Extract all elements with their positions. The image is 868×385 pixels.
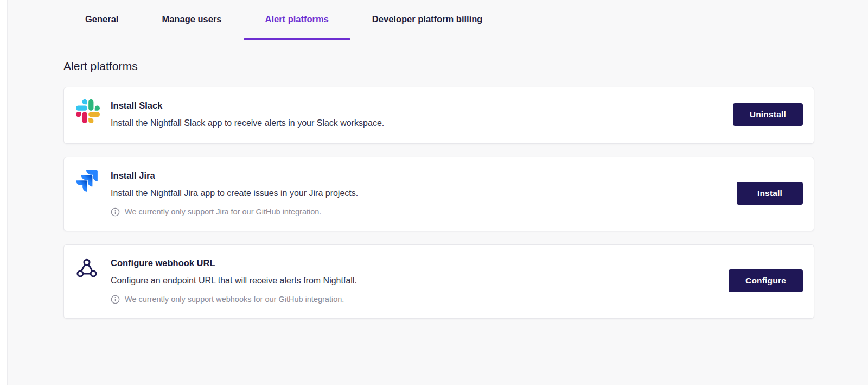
slack-icon <box>76 99 101 123</box>
page-title: Alert platforms <box>63 60 814 73</box>
card-title: Configure webhook URL <box>111 256 729 269</box>
slack-card: Install Slack Install the Nightfall Slac… <box>63 87 814 144</box>
tab-label: General <box>85 14 118 24</box>
webhook-card: Configure webhook URL Configure an endpo… <box>63 244 814 319</box>
card-description: Install the Nightfall Jira app to create… <box>111 187 737 200</box>
tab-label: Developer platform billing <box>372 14 483 24</box>
card-title: Install Slack <box>111 99 733 112</box>
webhook-icon <box>76 256 101 280</box>
jira-icon <box>76 169 101 192</box>
tab-label: Alert platforms <box>265 14 329 24</box>
card-title: Install Jira <box>111 169 737 182</box>
tab-manage-users[interactable]: Manage users <box>140 0 243 39</box>
card-note: We currently only support webhooks for o… <box>111 294 729 305</box>
card-note: We currently only support Jira for our G… <box>111 206 737 217</box>
left-edge <box>0 0 8 385</box>
card-body: Install Jira Install the Nightfall Jira … <box>111 169 737 217</box>
info-icon <box>111 295 120 304</box>
jira-card: Install Jira Install the Nightfall Jira … <box>63 157 814 231</box>
card-body: Configure webhook URL Configure an endpo… <box>111 256 729 305</box>
tab-label: Manage users <box>162 14 221 24</box>
install-jira-button[interactable]: Install <box>737 182 803 205</box>
info-icon <box>111 207 120 217</box>
tab-general[interactable]: General <box>63 0 140 39</box>
card-description: Install the Nightfall Slack app to recei… <box>111 117 733 130</box>
configure-webhook-button[interactable]: Configure <box>729 269 803 292</box>
tab-developer-platform-billing[interactable]: Developer platform billing <box>350 0 505 39</box>
tab-alert-platforms[interactable]: Alert platforms <box>244 0 350 39</box>
tab-bar: General Manage users Alert platforms Dev… <box>63 0 814 39</box>
settings-content: General Manage users Alert platforms Dev… <box>63 0 814 319</box>
uninstall-slack-button[interactable]: Uninstall <box>733 103 803 126</box>
card-note-text: We currently only support webhooks for o… <box>125 294 344 305</box>
card-body: Install Slack Install the Nightfall Slac… <box>111 99 733 130</box>
card-note-text: We currently only support Jira for our G… <box>125 206 321 217</box>
card-description: Configure an endpoint URL that will rece… <box>111 274 729 287</box>
